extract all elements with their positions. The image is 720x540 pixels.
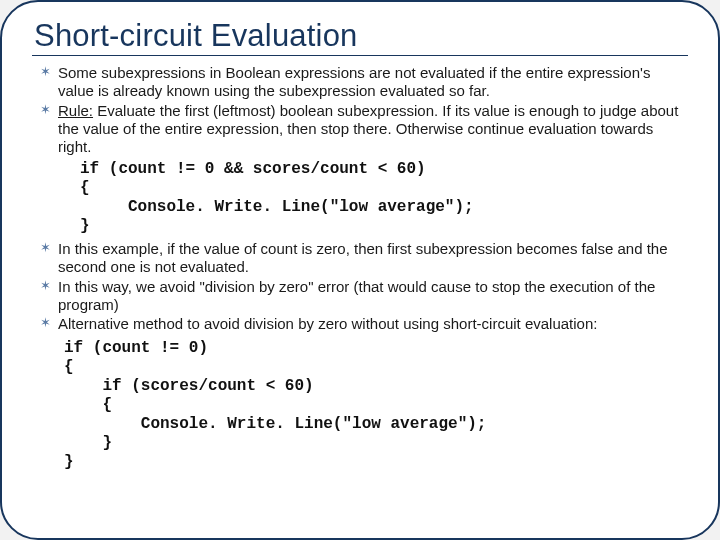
code-block-1: if (count != 0 && scores/count < 60) { C… <box>80 160 688 236</box>
rule-label: Rule: <box>58 102 93 119</box>
rule-body: Evaluate the first (leftmost) boolean su… <box>58 102 678 156</box>
bullet-text: Alternative method to avoid division by … <box>58 315 597 332</box>
bullet-item: ✶ Alternative method to avoid division b… <box>40 315 688 333</box>
bullet-star-icon: ✶ <box>40 66 52 78</box>
bullet-list-2: ✶ In this example, if the value of count… <box>32 240 688 333</box>
slide-frame: Short-circuit Evaluation ✶ Some subexpre… <box>0 0 720 540</box>
bullet-item: ✶ Rule: Evaluate the first (leftmost) bo… <box>40 102 688 157</box>
bullet-text: Some subexpressions in Boolean expressio… <box>58 64 650 99</box>
bullet-text: Rule: Evaluate the first (leftmost) bool… <box>58 102 678 156</box>
bullet-item: ✶ Some subexpressions in Boolean express… <box>40 64 688 101</box>
bullet-item: ✶ In this way, we avoid "division by zer… <box>40 278 688 315</box>
bullet-star-icon: ✶ <box>40 104 52 116</box>
bullet-item: ✶ In this example, if the value of count… <box>40 240 688 277</box>
bullet-list: ✶ Some subexpressions in Boolean express… <box>32 64 688 156</box>
bullet-star-icon: ✶ <box>40 242 52 254</box>
bullet-text: In this way, we avoid "division by zero"… <box>58 278 655 313</box>
code-block-2: if (count != 0) { if (scores/count < 60)… <box>64 339 688 471</box>
bullet-star-icon: ✶ <box>40 280 52 292</box>
bullet-text: In this example, if the value of count i… <box>58 240 668 275</box>
page-title: Short-circuit Evaluation <box>32 18 688 56</box>
bullet-star-icon: ✶ <box>40 317 52 329</box>
